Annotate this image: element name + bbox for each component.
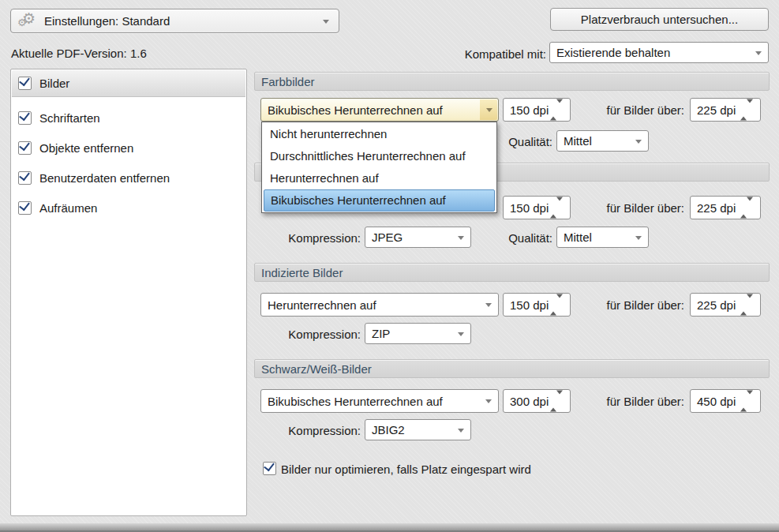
sidebar-item-label: Bilder (39, 77, 69, 90)
sidebar-item-schriftarten[interactable]: Schriftarten (12, 103, 245, 133)
chevron-down-icon (458, 332, 464, 336)
sidebar-item-bilder[interactable]: Bilder (12, 70, 245, 97)
spinner-arrows-icon[interactable] (550, 298, 563, 312)
chevron-down-icon (485, 303, 492, 307)
dropdown-option-durchschnittliches[interactable]: Durschnittliches Herunterrechnen auf (263, 145, 496, 167)
farbbilder-dpi-value: 150 dpi (510, 103, 549, 117)
graustufen-quality-combobox[interactable]: Mittel (556, 227, 649, 248)
indizierte-dpi-spinner[interactable]: 150 dpi (503, 293, 571, 317)
settings-preset-combobox[interactable]: ⚙⚙ Einstellungen: Standard (10, 9, 339, 33)
sw-compression-combobox[interactable]: JBIG2 (365, 419, 471, 440)
pdf-optimizer-dialog: ⚙⚙ Einstellungen: Standard Platzverbrauc… (0, 0, 779, 532)
sidebar-item-label: Aufräumen (39, 201, 97, 215)
sidebar-item-objekte-entfernen[interactable]: Objekte entfernen (12, 133, 245, 163)
dropdown-option-herunterrechnen[interactable]: Herunterrechnen auf (263, 167, 496, 189)
indizierte-compression-label: Kompression: (282, 328, 361, 341)
farbbilder-threshold-value: 225 dpi (697, 103, 736, 117)
spinner-arrows-icon[interactable] (740, 201, 753, 215)
sw-threshold-spinner[interactable]: 450 dpi (690, 389, 761, 413)
farbbilder-method-value: Bikubisches Herunterrechnen auf (268, 103, 443, 117)
indizierte-threshold-label: für Bilder über: (574, 298, 684, 312)
compatible-with-combobox[interactable]: Existierende behalten (549, 42, 769, 63)
graustufen-threshold-label: für Bilder über: (574, 201, 684, 215)
spinner-arrows-icon[interactable] (550, 201, 563, 215)
graustufen-quality-label: Qualität: (474, 231, 552, 245)
chevron-down-icon (485, 399, 492, 403)
sw-dpi-value: 300 dpi (510, 395, 549, 408)
spinner-arrows-icon[interactable] (740, 103, 753, 117)
compatible-with-label: Kompatibel mit: (436, 47, 546, 61)
farbbilder-method-combobox[interactable]: Bikubisches Herunterrechnen auf (260, 98, 499, 122)
sw-compression-label: Kompression: (282, 424, 361, 437)
sidebar-item-benutzerdaten-entfernen[interactable]: Benutzerdaten entfernen (12, 163, 245, 193)
farbbilder-quality-value: Mittel (564, 134, 592, 148)
indizierte-threshold-spinner[interactable]: 225 dpi (690, 293, 761, 317)
audit-space-usage-label: Platzverbrauch untersuchen... (581, 13, 738, 26)
chevron-down-icon (458, 429, 464, 433)
chevron-down-icon (635, 140, 642, 144)
section-title: Farbbilder (261, 75, 315, 88)
checkbox-objekte-entfernen[interactable] (18, 141, 32, 155)
audit-space-usage-button[interactable]: Platzverbrauch untersuchen... (550, 8, 769, 31)
checkbox-benutzerdaten-entfernen[interactable] (18, 171, 32, 185)
chevron-down-icon (458, 236, 464, 240)
sw-compression-value: JBIG2 (372, 423, 405, 436)
spinner-arrows-icon[interactable] (740, 395, 753, 408)
section-title: Indizierte Bilder (261, 266, 343, 279)
sw-method-combobox[interactable]: Bikubisches Herunterrechnen auf (260, 389, 499, 413)
farbbilder-threshold-label: für Bilder über: (574, 103, 684, 117)
indizierte-compression-value: ZIP (372, 327, 390, 340)
chevron-down-icon (635, 236, 642, 240)
sidebar-item-label: Objekte entfernen (39, 141, 133, 155)
farbbilder-dpi-spinner[interactable]: 150 dpi (503, 98, 571, 122)
checkbox-schriftarten[interactable] (18, 111, 32, 125)
section-header-schwarz-weiss-bilder: Schwarz/Weiß-Bilder (254, 359, 770, 378)
section-title: Schwarz/Weiß-Bilder (261, 362, 372, 376)
chevron-down-icon (486, 108, 492, 112)
checkbox-aufraeumen[interactable] (18, 201, 32, 215)
window-bottom-edge (0, 523, 779, 532)
optimize-only-if-smaller-checkbox[interactable] (263, 462, 276, 475)
sidebar-item-aufraeumen[interactable]: Aufräumen (12, 193, 245, 223)
farbbilder-quality-combobox[interactable]: Mittel (556, 130, 649, 152)
indizierte-method-combobox[interactable]: Herunterrechnen auf (260, 293, 499, 317)
settings-preset-value: Einstellungen: Standard (44, 14, 170, 28)
section-header-farbbilder: Farbbilder (254, 72, 770, 91)
dropdown-option-nicht-herunterrechnen[interactable]: Nicht herunterrechnen (263, 123, 496, 145)
indizierte-threshold-value: 225 dpi (697, 298, 736, 312)
sidebar-item-label: Schriftarten (39, 111, 100, 125)
graustufen-dpi-value: 150 dpi (510, 201, 549, 215)
sw-threshold-value: 450 dpi (697, 395, 736, 408)
chevron-down-icon (755, 51, 762, 55)
indizierte-compression-combobox[interactable]: ZIP (365, 323, 471, 344)
gears-icon: ⚙⚙ (17, 11, 41, 32)
dropdown-option-bikubisches-selected[interactable]: Bikubisches Herunterrechnen auf (264, 189, 495, 212)
graustufen-quality-value: Mittel (564, 230, 592, 244)
graustufen-compression-label: Kompression: (282, 231, 361, 245)
graustufen-threshold-spinner[interactable]: 225 dpi (690, 196, 761, 219)
graustufen-compression-value: JPEG (372, 230, 403, 244)
sw-threshold-label: für Bilder über: (574, 395, 684, 408)
optimize-only-if-smaller-label: Bilder nur optimieren, falls Platz einge… (281, 463, 531, 476)
graustufen-threshold-value: 225 dpi (697, 201, 736, 215)
spinner-arrows-icon[interactable] (550, 103, 563, 117)
spinner-arrows-icon[interactable] (550, 395, 563, 408)
indizierte-dpi-value: 150 dpi (510, 298, 549, 312)
graustufen-dpi-spinner[interactable]: 150 dpi (503, 196, 571, 219)
method-dropdown-list: Nicht herunterrechnen Durschnittliches H… (261, 122, 497, 213)
indizierte-method-value: Herunterrechnen auf (268, 298, 376, 312)
compatible-with-value: Existierende behalten (556, 46, 670, 59)
checkbox-bilder[interactable] (18, 77, 32, 90)
spinner-arrows-icon[interactable] (740, 298, 753, 312)
farbbilder-threshold-spinner[interactable]: 225 dpi (690, 98, 761, 122)
chevron-down-icon (323, 20, 329, 24)
graustufen-compression-combobox[interactable]: JPEG (365, 227, 471, 248)
section-header-indizierte-bilder: Indizierte Bilder (254, 263, 770, 282)
category-list-panel: Bilder Schriftarten Objekte entfernen Be… (10, 69, 247, 516)
pdf-version-label: Aktuelle PDF-Version: 1.6 (11, 47, 147, 60)
sidebar-item-label: Benutzerdaten entfernen (39, 171, 170, 185)
sw-dpi-spinner[interactable]: 300 dpi (503, 389, 571, 413)
sw-method-value: Bikubisches Herunterrechnen auf (268, 395, 443, 408)
